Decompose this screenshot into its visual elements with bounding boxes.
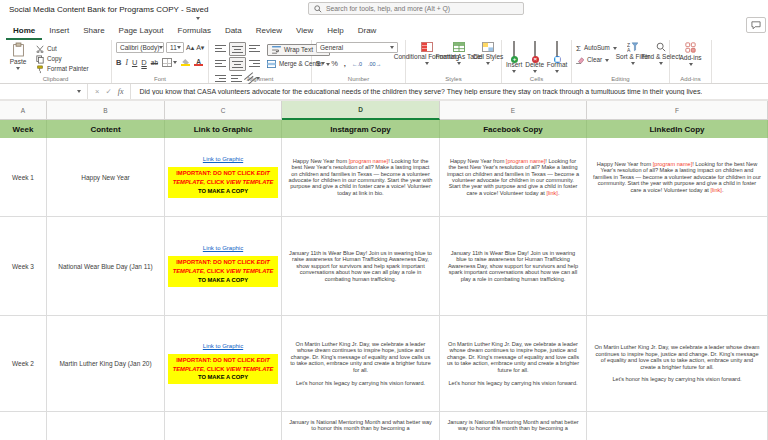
tab-view[interactable]: View xyxy=(289,22,320,40)
name-box[interactable] xyxy=(0,84,88,99)
align-top-button[interactable] xyxy=(213,42,228,54)
tab-formulas[interactable]: Formulas xyxy=(171,22,218,40)
tab-data[interactable]: Data xyxy=(218,22,249,40)
link-to-graphic[interactable]: Link to Graphic xyxy=(203,343,243,349)
comments-button[interactable] xyxy=(746,17,766,33)
clear-button[interactable]: Clear xyxy=(576,56,617,64)
cell-facebook-copy[interactable]: Happy New Year from [program name]! Look… xyxy=(440,138,587,217)
fill-color-button[interactable] xyxy=(181,59,190,66)
cell-linkedin-copy[interactable]: Happy New Year from [program name]! Look… xyxy=(587,138,768,217)
cell-link-to-graphic[interactable] xyxy=(165,412,282,440)
autosum-button[interactable]: Σ AutoSum xyxy=(576,44,617,52)
cell-instagram-copy[interactable]: On Martin Luther King Jr. Day, we celebr… xyxy=(282,316,440,412)
search-input[interactable]: Search for tools, help, and more (Alt + … xyxy=(308,2,524,15)
column-header-c[interactable]: C xyxy=(165,101,282,120)
borders-button[interactable] xyxy=(162,58,177,67)
double-underline-button[interactable]: D xyxy=(141,58,146,67)
cell-week[interactable]: Week 2 xyxy=(0,316,47,412)
column-header-f[interactable]: F xyxy=(587,101,768,120)
confirm-entry-icon[interactable]: ✓ xyxy=(105,87,111,96)
cell-content[interactable] xyxy=(47,412,165,440)
cell-linkedin-copy[interactable] xyxy=(587,217,768,316)
header-link-to-graphic[interactable]: Link to Graphic xyxy=(165,120,282,138)
cell-instagram-copy[interactable]: January 11th is Wear Blue Day! Join us i… xyxy=(282,217,440,316)
cell-instagram-copy[interactable]: Happy New Year from [program name]! Look… xyxy=(282,138,440,217)
column-header-a[interactable]: A xyxy=(0,101,47,120)
cell-facebook-copy[interactable]: On Martin Luther King Jr. Day, we celebr… xyxy=(440,316,587,412)
font-color-button[interactable]: A xyxy=(194,59,203,66)
percent-style-button[interactable]: % xyxy=(331,59,338,68)
font-size-select[interactable]: 11 xyxy=(166,42,184,53)
underline-button[interactable]: U xyxy=(132,58,137,67)
tab-insert[interactable]: Insert xyxy=(42,22,76,40)
tab-draw[interactable]: Draw xyxy=(351,22,384,40)
cell-facebook-copy[interactable]: January 11th is Wear Blue Day! Join us i… xyxy=(440,217,587,316)
header-facebook-copy[interactable]: Facebook Copy xyxy=(440,120,587,138)
cell-styles-icon xyxy=(482,42,494,52)
align-middle-button[interactable] xyxy=(229,42,246,56)
cell-week[interactable]: Week 3 xyxy=(0,217,47,316)
accounting-format-button[interactable]: $ xyxy=(316,59,325,68)
paste-button[interactable]: Paste xyxy=(4,42,32,73)
cell-week[interactable]: Week 1 xyxy=(0,138,47,217)
cell-content[interactable]: Happy New Year xyxy=(47,138,165,217)
format-painter-button[interactable]: Format Painter xyxy=(36,65,89,73)
cell-facebook-copy[interactable]: January is National Mentoring Month and … xyxy=(440,412,587,440)
shrink-font-button[interactable]: A▾ xyxy=(196,44,204,52)
column-header-d-selected[interactable]: D xyxy=(282,101,440,120)
cell-link-to-graphic[interactable]: Link to Graphic IMPORTANT: DO NOT CLICK … xyxy=(165,138,282,217)
format-as-table-button[interactable]: Format As Table xyxy=(445,42,473,73)
column-header-b[interactable]: B xyxy=(47,101,165,120)
table-row: Week 3 National Wear Blue Day (Jan 11) L… xyxy=(0,217,768,316)
align-bottom-button[interactable] xyxy=(247,42,262,54)
insert-cells-button[interactable]: + Insert xyxy=(506,42,522,73)
header-instagram-copy[interactable]: Instagram Copy xyxy=(282,120,440,138)
tab-page-layout[interactable]: Page Layout xyxy=(112,22,171,40)
number-format-select[interactable]: General xyxy=(316,42,398,53)
addins-button[interactable]: Add-ins xyxy=(674,42,707,66)
tab-share[interactable]: Share xyxy=(76,22,111,40)
bold-button[interactable]: B xyxy=(116,58,121,67)
cut-button[interactable]: Cut xyxy=(36,45,89,53)
group-label-alignment: Alignment xyxy=(209,76,311,82)
formula-input[interactable]: Did you know that CASA volunteers advoca… xyxy=(131,88,702,95)
comma-style-button[interactable]: , xyxy=(344,59,346,68)
document-title: Social Media Content Bank for Programs C… xyxy=(9,5,209,14)
comment-icon xyxy=(751,21,761,30)
tab-home[interactable]: Home xyxy=(6,22,42,40)
header-week[interactable]: Week xyxy=(0,120,47,138)
cell-link-to-graphic[interactable]: Link to Graphic IMPORTANT: DO NOT CLICK … xyxy=(165,217,282,316)
header-linkedin-copy[interactable]: LinkedIn Copy xyxy=(587,120,768,138)
increase-decimal-button[interactable]: ←.0 xyxy=(352,61,362,67)
strikethrough-button[interactable]: ab xyxy=(151,59,158,66)
cell-linkedin-copy[interactable] xyxy=(587,412,768,440)
align-right-button[interactable] xyxy=(247,57,262,69)
link-to-graphic[interactable]: Link to Graphic xyxy=(203,245,243,251)
cancel-entry-icon[interactable]: × xyxy=(95,87,99,96)
borders-icon xyxy=(162,58,172,67)
column-header-e[interactable]: E xyxy=(440,101,587,120)
header-content[interactable]: Content xyxy=(47,120,165,138)
copy-button[interactable]: Copy xyxy=(36,55,89,63)
format-as-table-icon xyxy=(453,42,465,52)
tab-help[interactable]: Help xyxy=(320,22,350,40)
insert-function-icon[interactable]: fx xyxy=(118,87,124,96)
cell-week[interactable] xyxy=(0,412,47,440)
cell-instagram-copy[interactable]: January is National Mentoring Month and … xyxy=(282,412,440,440)
tab-review[interactable]: Review xyxy=(249,22,289,40)
cell-content[interactable]: National Wear Blue Day (Jan 11) xyxy=(47,217,165,316)
delete-cells-button[interactable]: × Delete xyxy=(525,42,544,73)
align-center-button[interactable] xyxy=(229,57,246,71)
align-left-button[interactable] xyxy=(213,57,228,69)
italic-button[interactable]: I xyxy=(125,58,128,67)
decrease-decimal-button[interactable]: .00→ xyxy=(368,61,381,67)
title-bar: Social Media Content Bank for Programs C… xyxy=(0,0,768,20)
cell-linkedin-copy[interactable]: On Martin Luther King Jr. Day, we celebr… xyxy=(587,316,768,412)
link-to-graphic[interactable]: Link to Graphic xyxy=(203,156,243,162)
cell-content[interactable]: Martin Luther King Day (Jan 20) xyxy=(47,316,165,412)
cell-link-to-graphic[interactable]: Link to Graphic IMPORTANT: DO NOT CLICK … xyxy=(165,316,282,412)
cell-styles-button[interactable]: Cell Styles xyxy=(475,42,501,73)
format-cells-button[interactable]: ▦ Format xyxy=(547,42,567,73)
grow-font-button[interactable]: A▴ xyxy=(186,44,194,52)
font-name-select[interactable]: Calibri (Body) xyxy=(116,42,164,53)
